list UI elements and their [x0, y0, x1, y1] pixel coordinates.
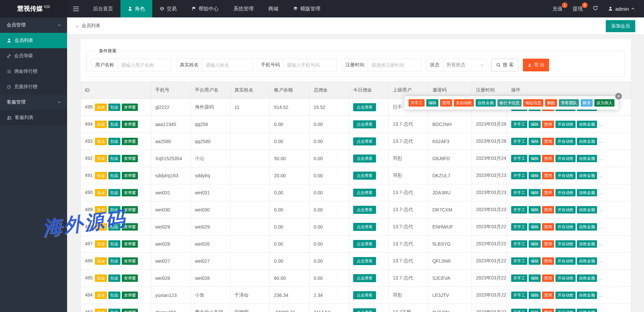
- row-btn-send-popup[interactable]: 发弹窗: [122, 274, 138, 282]
- view-today-commission-button[interactable]: 点击查看: [353, 257, 376, 265]
- realname-input[interactable]: [202, 59, 253, 71]
- popup-btn-grab-amount[interactable]: 自抢金额: [476, 99, 496, 107]
- op-btn-grab-amount[interactable]: 自抢金额: [577, 206, 597, 213]
- op-btn-open-auto-grab[interactable]: 开自动抢: [555, 189, 576, 196]
- op-btn-open-auto-grab[interactable]: 开自动抢: [555, 172, 576, 179]
- row-btn-send-popup[interactable]: 发弹窗: [122, 189, 138, 196]
- row-btn-deduct-gold[interactable]: 扣金: [108, 121, 120, 128]
- op-btn-open-auto-grab[interactable]: 开自动抢: [555, 309, 576, 312]
- regtime-input[interactable]: [368, 59, 422, 71]
- popup-btn-address-info[interactable]: 地址信息: [523, 99, 543, 107]
- row-btn-send-popup[interactable]: 发弹窗: [122, 257, 138, 265]
- op-btn-disable[interactable]: 禁用: [542, 138, 554, 145]
- op-btn-disable[interactable]: 禁用: [542, 121, 554, 128]
- popup-btn-delete[interactable]: 删除: [545, 99, 557, 107]
- nav-item-help-center[interactable]: 帮助中心: [184, 0, 226, 17]
- row-btn-send-gold[interactable]: 送金: [95, 240, 107, 248]
- op-btn-edit[interactable]: 编辑: [529, 138, 541, 145]
- op-btn-edit[interactable]: 编辑: [529, 257, 541, 265]
- row-btn-deduct-gold[interactable]: 扣金: [108, 155, 120, 162]
- row-btn-send-gold[interactable]: 送金: [95, 172, 107, 179]
- row-btn-send-gold[interactable]: 送金: [95, 257, 107, 265]
- row-btn-send-popup[interactable]: 发弹窗: [122, 155, 138, 162]
- status-select[interactable]: 所有状态: [443, 59, 487, 71]
- op-btn-edit[interactable]: 编辑: [529, 274, 541, 282]
- op-btn-disable[interactable]: 禁用: [542, 257, 554, 265]
- sidebar-item-member-list[interactable]: 会员列表: [0, 33, 67, 48]
- op-btn-open-auto-grab[interactable]: 开自动抢: [555, 121, 576, 128]
- op-btn-disable[interactable]: 禁用: [542, 172, 554, 179]
- row-btn-send-gold[interactable]: 送金: [95, 155, 107, 162]
- view-today-commission-button[interactable]: 点击查看: [353, 103, 376, 111]
- op-btn-open-manual[interactable]: 开手工: [511, 257, 527, 265]
- op-btn-disable[interactable]: 禁用: [542, 309, 554, 312]
- row-btn-send-gold[interactable]: 送金: [95, 206, 107, 213]
- op-btn-grab-amount[interactable]: 自抢金额: [577, 223, 597, 231]
- row-btn-deduct-gold[interactable]: 扣金: [108, 206, 120, 213]
- op-btn-open-auto-grab[interactable]: 开自动抢: [555, 223, 576, 231]
- row-btn-deduct-gold[interactable]: 扣金: [108, 309, 120, 312]
- view-today-commission-button[interactable]: 点击查看: [353, 137, 376, 145]
- op-btn-open-manual[interactable]: 开手工: [511, 240, 527, 248]
- row-btn-deduct-gold[interactable]: 扣金: [108, 138, 120, 145]
- row-btn-send-popup[interactable]: 发弹窗: [122, 240, 138, 248]
- refresh-button[interactable]: [593, 5, 598, 12]
- op-btn-grab-amount[interactable]: 自抢金额: [577, 155, 597, 162]
- op-btn-open-manual[interactable]: 开手工: [511, 274, 527, 282]
- nav-item-template[interactable]: 模版管理: [286, 0, 328, 17]
- op-btn-open-manual[interactable]: 开手工: [511, 121, 527, 128]
- op-btn-open-manual[interactable]: 开手工: [511, 172, 527, 179]
- view-today-commission-button[interactable]: 点击查看: [353, 189, 376, 197]
- sidebar-group-service-management[interactable]: 客服管理: [0, 95, 67, 110]
- sidebar-item-recharge-rank[interactable]: 充值排行榜: [0, 79, 67, 95]
- op-btn-edit[interactable]: 编辑: [529, 240, 541, 248]
- row-btn-send-gold[interactable]: 送金: [95, 138, 107, 145]
- op-btn-disable[interactable]: 禁用: [542, 155, 554, 162]
- view-today-commission-button[interactable]: 点击查看: [353, 274, 376, 282]
- op-btn-open-auto-grab[interactable]: 开自动抢: [555, 240, 576, 248]
- row-btn-send-popup[interactable]: 发弹窗: [122, 223, 138, 231]
- row-btn-deduct-gold[interactable]: 扣金: [108, 172, 120, 179]
- op-btn-open-manual[interactable]: 开手工: [511, 138, 527, 145]
- popup-btn-bank-info[interactable]: 银行卡信息: [497, 99, 522, 107]
- view-today-commission-button[interactable]: 点击查看: [353, 291, 376, 299]
- op-btn-grab-amount[interactable]: 自抢金额: [577, 257, 597, 265]
- row-btn-deduct-gold[interactable]: 扣金: [108, 274, 120, 282]
- op-btn-grab-amount[interactable]: 自抢金额: [577, 274, 597, 282]
- op-btn-open-auto-grab[interactable]: 开自动抢: [555, 206, 576, 213]
- username-input[interactable]: [118, 59, 171, 71]
- op-btn-edit[interactable]: 编辑: [529, 172, 541, 179]
- row-btn-send-gold[interactable]: 送金: [95, 292, 107, 299]
- op-btn-disable[interactable]: 禁用: [542, 274, 554, 282]
- op-btn-edit[interactable]: 编辑: [529, 223, 541, 231]
- row-btn-send-gold[interactable]: 送金: [95, 189, 107, 196]
- row-btn-send-gold[interactable]: 送金: [95, 121, 107, 128]
- op-btn-disable[interactable]: 禁用: [542, 189, 554, 196]
- op-btn-edit[interactable]: 编辑: [529, 155, 541, 162]
- popup-btn-set-fake[interactable]: 设为假人: [594, 99, 614, 107]
- row-btn-deduct-gold[interactable]: 扣金: [108, 257, 120, 265]
- op-btn-open-manual[interactable]: 开手工: [511, 223, 527, 231]
- export-button[interactable]: 导 出: [523, 59, 549, 71]
- op-btn-grab-amount[interactable]: 自抢金额: [577, 138, 597, 145]
- row-btn-deduct-gold[interactable]: 扣金: [108, 223, 120, 231]
- row-btn-send-gold[interactable]: 送金: [95, 104, 107, 111]
- row-btn-send-gold[interactable]: 送金: [95, 309, 107, 312]
- sidebar-item-member-level[interactable]: 会员等级: [0, 48, 67, 64]
- op-btn-disable[interactable]: 禁用: [542, 292, 554, 299]
- op-btn-grab-amount[interactable]: 自抢金额: [577, 240, 597, 248]
- row-btn-send-popup[interactable]: 发弹窗: [122, 206, 138, 213]
- row-btn-send-gold[interactable]: 送金: [95, 223, 107, 231]
- row-btn-send-popup[interactable]: 发弹窗: [122, 121, 138, 128]
- op-btn-edit[interactable]: 编辑: [529, 309, 541, 312]
- op-btn-open-manual[interactable]: 开手工: [511, 189, 527, 196]
- op-btn-open-auto-grab[interactable]: 开自动抢: [555, 292, 576, 299]
- op-btn-grab-amount[interactable]: 自抢金额: [577, 172, 597, 179]
- popup-btn-close-manual[interactable]: 关手工: [409, 99, 425, 107]
- popup-btn-edit[interactable]: 编辑: [426, 99, 438, 107]
- row-btn-deduct-gold[interactable]: 扣金: [108, 240, 120, 248]
- row-btn-deduct-gold[interactable]: 扣金: [108, 292, 120, 299]
- op-btn-open-auto-grab[interactable]: 开自动抢: [555, 274, 576, 282]
- view-today-commission-button[interactable]: 点击查看: [353, 240, 376, 248]
- op-btn-open-manual[interactable]: 开手工: [511, 292, 527, 299]
